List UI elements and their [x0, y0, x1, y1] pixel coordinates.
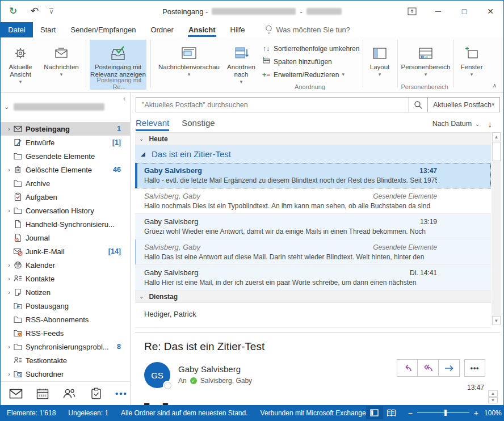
- tab-sonstige[interactable]: Sonstige: [182, 118, 215, 130]
- sort-by-dropdown[interactable]: Nach Datum ⌄: [432, 120, 480, 128]
- tasks-module-icon[interactable]: [89, 388, 103, 399]
- zoom-out-icon[interactable]: −: [408, 410, 413, 416]
- send-receive-icon[interactable]: ↻: [6, 5, 20, 18]
- zoom-slider-thumb[interactable]: [444, 410, 447, 416]
- search-icon[interactable]: [408, 98, 427, 112]
- expand-chevron-icon[interactable]: ›: [5, 275, 13, 282]
- email-list-item[interactable]: Gaby Salvisberg Di. 14:41 Hallo Hier ist…: [135, 265, 491, 291]
- expand-chevron-icon[interactable]: ›: [5, 262, 13, 268]
- arrange-by-button[interactable]: Anordnen nach ▾: [223, 40, 259, 90]
- undo-icon[interactable]: ↶: [28, 5, 41, 18]
- avatar[interactable]: GS: [144, 362, 170, 388]
- searchfolder-icon: [13, 369, 26, 378]
- current-view-button[interactable]: Aktuelle Ansicht ▾: [4, 40, 37, 90]
- account-header[interactable]: ⌄: [4, 100, 124, 113]
- maximize-button[interactable]: □: [451, 1, 477, 22]
- sidebar-item-handheld-sync[interactable]: Handheld-Synchronisieru...: [1, 217, 130, 231]
- sidebar-item-archive[interactable]: Archive: [1, 176, 130, 190]
- sidebar-item-testkontakte[interactable]: Testkontakte: [1, 353, 130, 367]
- sidebar-item-gesendete-elemente[interactable]: Gesendete Elemente: [1, 149, 130, 163]
- add-columns-button[interactable]: Spalten hinzufügen: [262, 55, 361, 68]
- close-button[interactable]: ✕: [477, 1, 503, 22]
- window-button[interactable]: Fenster ▾: [457, 40, 486, 90]
- expand-chevron-icon[interactable]: ›: [5, 207, 13, 214]
- date-group-header[interactable]: ⌄ Heute: [135, 133, 491, 145]
- expand-chevron-icon[interactable]: ›: [5, 125, 13, 132]
- search-scope-dropdown[interactable]: Aktuelles Postfach ▾: [427, 97, 500, 112]
- email-list-item[interactable]: Salvisberg, Gaby Gesendete Elemente Hall…: [135, 239, 491, 265]
- sort-direction-icon[interactable]: ↓: [488, 119, 493, 129]
- expand-chevron-icon[interactable]: ›: [5, 289, 13, 296]
- people-icon: [13, 274, 26, 283]
- scroll-down-icon[interactable]: ▼: [492, 316, 501, 325]
- tab-hilfe[interactable]: Hilfe: [223, 22, 253, 37]
- tab-ansicht[interactable]: Ansicht: [181, 22, 223, 37]
- tab-ordner[interactable]: Ordner: [143, 22, 180, 37]
- normal-view-icon[interactable]: [366, 406, 383, 419]
- reading-pane: Re: Das ist ein Zitier-Test GS Gaby Salv…: [135, 332, 500, 405]
- sidebar-item-aufgaben[interactable]: Aufgaben: [1, 190, 130, 204]
- email-list-item[interactable]: Hediger, Patrick: [135, 303, 491, 328]
- more-actions-button[interactable]: •••: [464, 359, 485, 377]
- tab-start[interactable]: Start: [33, 22, 63, 37]
- zoom-slider[interactable]: − +: [408, 410, 478, 416]
- sidebar-item-notizen[interactable]: › Notizen: [1, 285, 130, 299]
- email-list-item[interactable]: Gaby Salvisberg 13:19 Grüezi wohl Wieder…: [135, 214, 491, 239]
- sidebar-item-kalender[interactable]: › Kalender: [1, 258, 130, 272]
- sidebar-item-geloeschte-elemente[interactable]: › Gelöschte Elemente 46: [1, 163, 130, 176]
- sidebar-item-junk-email[interactable]: Junk-E-Mail [14]: [1, 245, 130, 258]
- collapse-ribbon-icon[interactable]: ∧: [493, 82, 497, 89]
- sender-name[interactable]: Gaby Salvisberg: [178, 364, 241, 374]
- date-group-header[interactable]: ⌄ Dienstag: [135, 291, 491, 303]
- scrollbar-thumb[interactable]: [492, 142, 501, 161]
- recipient-name[interactable]: Salvisberg, Gaby: [200, 377, 252, 385]
- folder-icon: [13, 179, 26, 188]
- message-list-scrollbar[interactable]: ▲ ▼: [492, 132, 501, 325]
- scroll-up-icon[interactable]: ▲: [488, 390, 498, 397]
- tell-me-box[interactable]: Was möchten Sie tun?: [253, 22, 350, 37]
- reading-pane-scrollbar[interactable]: ▲ ▼: [488, 390, 498, 404]
- expand-chevron-icon[interactable]: ›: [5, 166, 13, 173]
- sidebar-item-posteingang[interactable]: › Posteingang 1: [1, 122, 130, 136]
- sidebar-item-conversation-history[interactable]: › Conversation History: [1, 204, 130, 217]
- layout-button[interactable]: Layout ▾: [366, 40, 393, 90]
- sidebar-item-sync-probleme[interactable]: › Synchronisierungsprobl... 8: [1, 340, 130, 353]
- messages-button[interactable]: Nachrichten ▾: [41, 40, 81, 90]
- expand-chevron-icon[interactable]: ›: [5, 343, 13, 350]
- email-list-item[interactable]: Salvisberg, Gaby Gesendete Elemente Hall…: [135, 188, 491, 214]
- unread-count-badge: [14]: [108, 247, 121, 255]
- ribbon-display-options-icon[interactable]: [399, 1, 425, 22]
- scroll-down-icon[interactable]: ▼: [488, 397, 498, 403]
- more-modules-icon[interactable]: •••: [115, 389, 128, 398]
- expand-chevron-icon[interactable]: ›: [5, 371, 13, 377]
- expand-collapse-button[interactable]: +− Erweitern/Reduzieren ▾: [262, 68, 361, 81]
- quick-access-toolbar: ↻ ↶ ∨: [6, 5, 53, 18]
- sidebar-item-suchordner[interactable]: › Suchordner: [1, 367, 130, 381]
- tab-datei[interactable]: Datei: [1, 22, 33, 37]
- sidebar-item-postausgang[interactable]: Postausgang: [1, 299, 130, 313]
- reverse-sort-button[interactable]: ↑↓ Sortierreihenfolge umkehren: [262, 42, 361, 55]
- reply-button[interactable]: [397, 359, 418, 377]
- tab-senden-empfangen[interactable]: Senden/Empfangen: [63, 22, 143, 37]
- sidebar-item-journal[interactable]: Journal: [1, 231, 130, 245]
- customize-qat-icon[interactable]: ∨: [49, 8, 53, 15]
- mail-module-icon[interactable]: [9, 389, 23, 399]
- tab-relevant[interactable]: Relevant: [136, 118, 169, 130]
- forward-button[interactable]: [439, 359, 460, 377]
- scroll-up-icon[interactable]: ▲: [492, 132, 501, 141]
- zoom-in-icon[interactable]: +: [474, 410, 478, 416]
- people-module-icon[interactable]: [62, 388, 77, 399]
- sidebar-item-rss-feeds[interactable]: RSS-Feeds: [1, 326, 130, 340]
- reading-view-icon[interactable]: [383, 406, 400, 419]
- message-preview-button[interactable]: Nachrichtenvorschau ▾: [155, 40, 223, 90]
- calendar-module-icon[interactable]: [35, 388, 50, 399]
- minimize-button[interactable]: ─: [425, 1, 451, 22]
- conversation-header[interactable]: Das ist ein Zitier-Test: [135, 145, 491, 163]
- sidebar-item-entwuerfe[interactable]: Entwürfe [1]: [1, 136, 130, 149]
- people-pane-button[interactable]: Personenbereich ▾: [401, 40, 451, 90]
- sidebar-item-kontakte[interactable]: › Kontakte: [1, 272, 130, 285]
- search-input[interactable]: [136, 101, 408, 109]
- reply-all-button[interactable]: [418, 359, 439, 377]
- sidebar-item-rss-abonnements[interactable]: RSS-Abonnements: [1, 313, 130, 326]
- email-list-item[interactable]: Gaby Salvisberg 13:47 Hallo - evtl. die …: [135, 163, 491, 188]
